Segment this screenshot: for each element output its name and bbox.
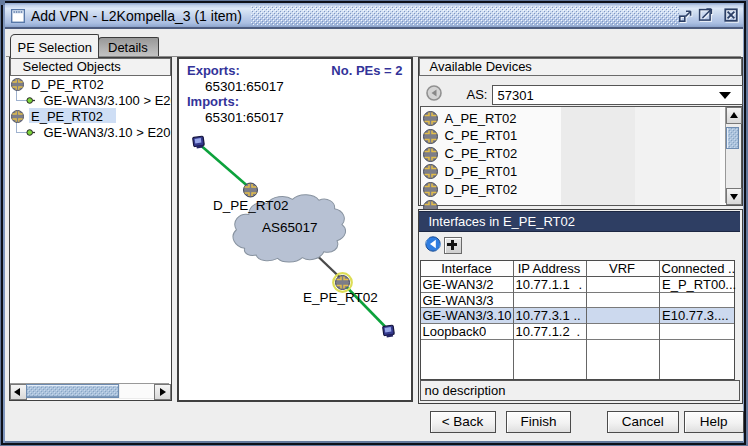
svg-text:AS65017: AS65017 [262, 219, 318, 234]
